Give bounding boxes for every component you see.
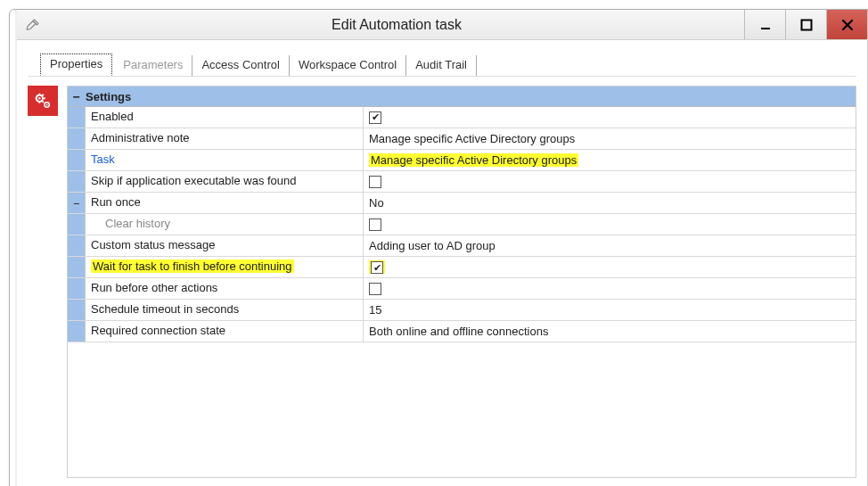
- tab-access-control[interactable]: Access Control: [192, 55, 289, 76]
- property-grid: − Settings Enabled Administrative note M…: [67, 86, 856, 478]
- row-admin-note[interactable]: Administrative note Manage specific Acti…: [68, 128, 856, 150]
- app-icon: [17, 10, 49, 39]
- collapse-icon[interactable]: −: [68, 90, 86, 103]
- svg-rect-1: [801, 20, 811, 29]
- tab-workspace-control[interactable]: Workspace Control: [290, 55, 406, 76]
- row-clear-history[interactable]: Clear history: [68, 214, 856, 235]
- row-gutter: [68, 107, 86, 128]
- tab-parameters[interactable]: Parameters: [114, 55, 192, 76]
- row-conn-state[interactable]: Required connection state Both online an…: [68, 321, 856, 342]
- row-wait-finish[interactable]: Wait for task to finish before continuin…: [68, 257, 856, 278]
- svg-point-3: [38, 97, 40, 99]
- checkbox-wait-finish[interactable]: [371, 261, 383, 274]
- row-custom-status[interactable]: Custom status message Adding user to AD …: [68, 235, 856, 257]
- minimize-button[interactable]: [744, 10, 785, 39]
- value-custom-status[interactable]: Adding user to AD group: [364, 235, 856, 256]
- checkbox-enabled[interactable]: [369, 111, 381, 124]
- value-task[interactable]: Manage specific Active Directory groups: [364, 150, 856, 170]
- svg-rect-0: [761, 28, 770, 29]
- value-run-once[interactable]: No: [364, 193, 856, 213]
- row-schedule-timeout[interactable]: Schedule timeout in seconds 15: [68, 300, 856, 321]
- expand-run-once-icon[interactable]: −: [68, 193, 86, 213]
- value-conn-state[interactable]: Both online and offline connections: [364, 321, 856, 342]
- label-enabled: Enabled: [86, 107, 364, 128]
- tab-body: − Settings Enabled Administrative note M…: [28, 76, 856, 478]
- value-admin-note[interactable]: Manage specific Active Directory groups: [364, 128, 856, 149]
- section-title: Settings: [86, 90, 131, 103]
- label-task[interactable]: Task: [86, 150, 364, 170]
- label-custom-status: Custom status message: [86, 235, 364, 256]
- value-skip-if-exe[interactable]: [364, 171, 856, 192]
- section-header-settings[interactable]: − Settings: [68, 86, 856, 107]
- titlebar: Edit Automation task: [17, 10, 867, 40]
- grid-empty-area: [68, 342, 856, 477]
- checkbox-clear-history[interactable]: [369, 218, 381, 231]
- label-wait-finish: Wait for task to finish before continuin…: [86, 257, 364, 277]
- svg-point-5: [46, 104, 48, 106]
- checkbox-run-before[interactable]: [369, 283, 381, 295]
- gears-icon: [28, 86, 58, 116]
- label-admin-note: Administrative note: [86, 128, 364, 149]
- label-run-once: Run once: [86, 193, 364, 213]
- value-clear-history[interactable]: [364, 214, 856, 235]
- window-title: Edit Automation task: [49, 10, 744, 39]
- row-run-before[interactable]: Run before other actions: [68, 278, 856, 300]
- maximize-button[interactable]: [785, 10, 826, 39]
- label-conn-state: Required connection state: [86, 321, 364, 342]
- dialog-window: Edit Automation task Properties Paramete…: [15, 10, 868, 486]
- label-skip-if-exe: Skip if application executable was found: [86, 171, 364, 192]
- label-clear-history: Clear history: [86, 214, 364, 235]
- tab-properties[interactable]: Properties: [40, 54, 112, 76]
- checkbox-skip-if-exe[interactable]: [369, 176, 381, 188]
- row-task[interactable]: Task Manage specific Active Directory gr…: [68, 150, 856, 171]
- client-area: Properties Parameters Access Control Wor…: [17, 40, 867, 486]
- tab-audit-trail[interactable]: Audit Trail: [406, 55, 477, 76]
- label-schedule-timeout: Schedule timeout in seconds: [86, 300, 364, 320]
- row-skip-if-exe[interactable]: Skip if application executable was found: [68, 171, 856, 193]
- row-enabled[interactable]: Enabled: [68, 107, 856, 128]
- value-schedule-timeout[interactable]: 15: [364, 300, 856, 320]
- row-run-once[interactable]: − Run once No: [68, 193, 856, 214]
- caption-buttons: [744, 10, 867, 39]
- value-enabled[interactable]: [364, 107, 856, 128]
- close-button[interactable]: [826, 10, 867, 39]
- label-run-before: Run before other actions: [86, 278, 364, 299]
- tabstrip: Properties Parameters Access Control Wor…: [28, 53, 856, 76]
- value-wait-finish[interactable]: [364, 257, 856, 277]
- value-run-before[interactable]: [364, 278, 856, 299]
